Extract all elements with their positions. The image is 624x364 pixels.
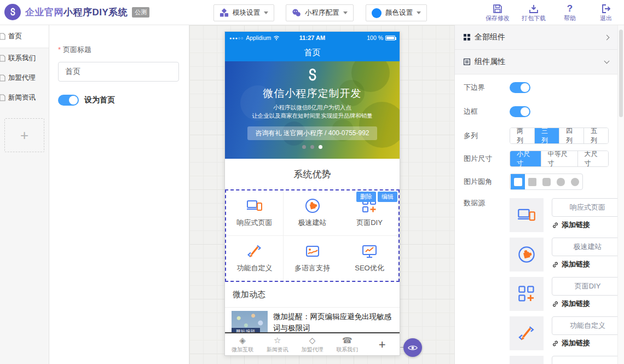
action-label: 退出 <box>600 14 612 22</box>
sidebar-item-home[interactable]: 首页 <box>0 25 49 48</box>
feature-cell-seo[interactable]: SEO优化 <box>341 236 398 281</box>
tab-label: 联系我们 <box>336 346 358 354</box>
color-settings-dropdown[interactable]: 颜色设置 <box>366 4 427 21</box>
bottom-border-toggle[interactable] <box>510 82 530 93</box>
sidebar-item-agency[interactable]: 加盟代理 <box>0 68 49 88</box>
page-doc-icon <box>0 33 5 40</box>
add-page-button[interactable]: + <box>4 118 44 152</box>
component-props-header[interactable]: 组件属性 <box>455 50 617 74</box>
feature-cell-custom-function[interactable]: 功能自定义 <box>226 236 284 281</box>
carousel-dot-active[interactable] <box>319 145 322 149</box>
link-chain-icon <box>552 222 559 229</box>
link-chain-icon <box>552 261 559 268</box>
columns-label: 多列 <box>464 131 510 141</box>
data-source-thumb[interactable] <box>510 198 544 232</box>
miniprogram-config-dropdown[interactable]: 小程序配置 <box>286 4 354 21</box>
columns-option-2[interactable]: 两列 <box>510 128 534 143</box>
set-home-toggle[interactable] <box>58 95 79 106</box>
action-label: 打包下载 <box>522 14 546 22</box>
add-link-label: 添加链接 <box>562 259 590 269</box>
sidebar-item-contact[interactable]: 联系我们 <box>0 48 49 68</box>
editor-canvas: 11:27 AM ●●●○○ Applidium 100 % 首页 <box>189 25 454 364</box>
scrollbar-thumb[interactable] <box>619 30 623 117</box>
image-size-small-selected[interactable]: 小尺寸 <box>510 151 541 166</box>
image-size-large[interactable]: 大尺寸 <box>577 151 609 166</box>
image-radius-picker <box>510 174 583 190</box>
feature-cell-multi-language[interactable]: 多语言支持 <box>284 236 341 281</box>
sidebar-item-news[interactable]: 新闻资讯 <box>0 88 49 107</box>
tab-news[interactable]: ☆ 新闻资讯 <box>260 333 295 356</box>
page-title-input[interactable] <box>58 62 179 82</box>
add-link-button[interactable]: 添加链接 <box>552 338 617 348</box>
image-size-medium[interactable]: 中等尺寸 <box>541 151 577 166</box>
border-toggle[interactable] <box>510 106 530 117</box>
multi-language-icon <box>304 243 321 259</box>
columns-segmented-control: 两列 三列 四列 五列 <box>510 128 609 144</box>
delete-component-button[interactable]: 删除 <box>356 192 376 202</box>
data-source-title-input[interactable]: 响应式页面 <box>552 198 617 217</box>
data-source-title-input[interactable] <box>552 356 617 364</box>
add-link-button[interactable]: 添加链接 <box>552 259 617 269</box>
feature-cell-responsive[interactable]: 响应式页面 <box>226 190 284 236</box>
seo-icon <box>361 243 378 259</box>
top-actions: 保存修改 打包下载 ? 帮助 退出 <box>483 3 621 22</box>
news-list-item[interactable]: 网站编辑 微加提醒：网页编辑应避免出现敏感词与极限词 <box>225 308 400 332</box>
preview-button[interactable] <box>403 338 422 357</box>
feature-grid-component-selected[interactable]: 删除 编辑 响应式页面 极速建站 <box>225 189 400 282</box>
banner-logo-icon <box>225 68 400 85</box>
banner-slide[interactable]: 微信小程序定制开发 小程序以微信8亿用户为切入点 让企业以及商家在短时间里实现提… <box>225 61 400 159</box>
module-settings-dropdown[interactable]: 模块设置 <box>213 4 274 21</box>
feature-label: 功能自定义 <box>237 263 273 273</box>
tab-add[interactable]: + <box>365 333 400 356</box>
columns-option-3-selected[interactable]: 三列 <box>534 128 559 143</box>
radius-option-slight[interactable] <box>525 174 539 189</box>
set-home-label: 设为首页 <box>84 95 115 105</box>
app-root: 企业官网小程序DIY系统 公测 模块设置 小程序配置 颜色设置 <box>0 0 624 364</box>
feature-label: 极速建站 <box>298 218 327 228</box>
save-button[interactable]: 保存修改 <box>483 3 512 22</box>
radius-option-more-rounded[interactable] <box>553 174 568 189</box>
tab-label: 加盟代理 <box>301 346 323 354</box>
data-source-thumb[interactable] <box>510 356 544 364</box>
help-button[interactable]: ? 帮助 <box>555 3 585 22</box>
radius-option-circle[interactable] <box>568 174 582 189</box>
properties-list-icon <box>464 59 470 65</box>
sidebar-item-label: 首页 <box>8 32 22 41</box>
radius-option-square-selected[interactable] <box>511 174 525 189</box>
sidebar-item-label: 加盟代理 <box>8 73 36 83</box>
edit-component-button[interactable]: 编辑 <box>378 192 397 202</box>
add-link-button[interactable]: 添加链接 <box>552 220 617 230</box>
all-components-header[interactable]: 全部组件 <box>455 25 617 50</box>
data-source-title-input[interactable]: 页面DIY <box>552 277 617 296</box>
beta-badge: 公测 <box>132 7 149 18</box>
app-logo <box>4 4 21 20</box>
data-source-list: 响应式页面 添加链接 <box>510 198 617 364</box>
action-label: 帮助 <box>564 14 576 22</box>
tab-weijia[interactable]: ◈ 微加互联 <box>225 333 260 356</box>
columns-option-5[interactable]: 五列 <box>583 128 608 143</box>
data-source-label: 数据源 <box>464 198 510 208</box>
selection-badges: 删除 编辑 <box>356 192 397 202</box>
component-props-label: 组件属性 <box>475 57 505 67</box>
banner-title: 微信小程序定制开发 <box>225 86 400 101</box>
action-label: 保存修改 <box>486 14 510 22</box>
data-source-thumb[interactable] <box>510 277 544 311</box>
carousel-dot[interactable] <box>302 145 306 149</box>
tab-agency[interactable]: ◇ 加盟代理 <box>295 333 330 356</box>
carousel-dot[interactable] <box>310 145 314 149</box>
data-source-fields: 极速建站 添加链接 <box>552 238 617 271</box>
feature-cell-fast-build[interactable]: 极速建站 <box>284 190 341 236</box>
radius-option-rounded[interactable] <box>539 174 553 189</box>
download-button[interactable]: 打包下载 <box>519 3 548 22</box>
exit-button[interactable]: 退出 <box>591 3 621 22</box>
add-link-button[interactable]: 添加链接 <box>552 299 617 309</box>
image-radius-row: 图片圆角 <box>464 174 609 190</box>
data-source-thumb[interactable] <box>510 316 544 350</box>
data-source-thumb[interactable] <box>510 238 544 271</box>
phone-status-bar: 11:27 AM ●●●○○ Applidium 100 % <box>225 32 400 44</box>
data-source-title-input[interactable]: 极速建站 <box>552 238 617 256</box>
tab-contact[interactable]: ☎ 联系我们 <box>330 333 365 356</box>
data-source-title-input[interactable]: 功能自定义 <box>552 316 617 335</box>
columns-option-4[interactable]: 四列 <box>559 128 583 143</box>
page-scrollbar[interactable] <box>617 25 624 364</box>
